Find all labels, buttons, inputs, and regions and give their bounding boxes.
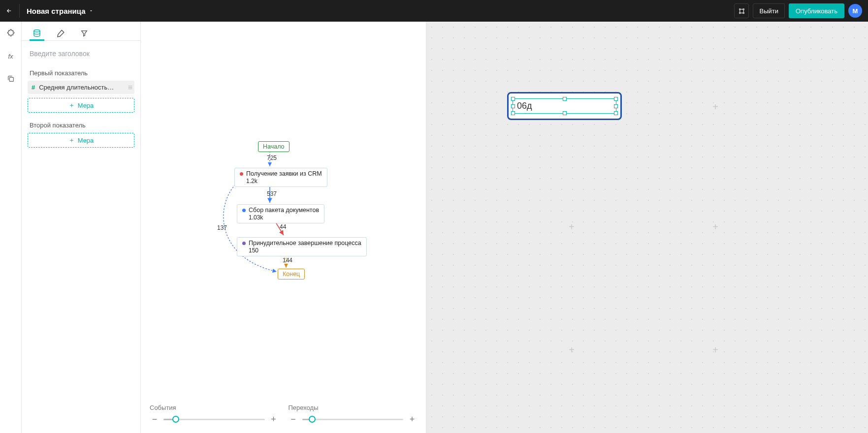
slider-transitions-label: Переходы <box>289 404 418 411</box>
slider-transitions: Переходы − + <box>289 404 418 424</box>
slider-thumb[interactable] <box>309 416 316 423</box>
sliders-row: События − + Переходы − <box>141 399 426 433</box>
resize-handle-icon[interactable] <box>511 97 515 101</box>
slider-events-label: События <box>150 404 279 411</box>
node-step-1[interactable]: Получение заявки из CRM 1.2k <box>234 168 327 187</box>
node-step-3[interactable]: Принудительное завершение процесса 150 <box>237 237 367 256</box>
puzzle-icon <box>6 29 15 38</box>
svg-rect-4 <box>9 77 13 81</box>
node-end-label: Конец <box>283 271 300 278</box>
canvas-drop-plus-icon[interactable]: + <box>567 222 576 231</box>
side-tabs <box>22 22 140 41</box>
publish-button[interactable]: Опубликовать <box>789 3 844 18</box>
svg-point-5 <box>34 30 40 32</box>
node-title: Сбор пакета документов <box>249 207 319 214</box>
metric-widget-value: 06д <box>517 101 532 111</box>
back-button[interactable] <box>6 4 20 18</box>
preview-pane: Начало 725 Получение заявки из CRM 1.2k … <box>141 22 426 433</box>
avatar[interactable]: М <box>848 4 862 18</box>
edge-label: 537 <box>267 190 277 197</box>
slider-events-minus[interactable]: − <box>150 414 160 424</box>
copy-icon <box>7 75 15 83</box>
status-dot-icon <box>242 242 246 245</box>
filter-icon <box>80 30 88 37</box>
slider-transitions-plus[interactable]: + <box>407 414 417 424</box>
svg-point-0 <box>739 8 740 10</box>
widget-title-input[interactable] <box>28 47 134 61</box>
tab-filter[interactable] <box>78 27 91 40</box>
rail-pages-button[interactable] <box>6 74 16 84</box>
arrow-left-icon <box>6 7 12 15</box>
fx-icon: fx <box>8 53 13 60</box>
top-bar: Новая страница Выйти Опубликовать М <box>0 0 868 22</box>
brush-icon <box>56 29 65 38</box>
node-start-label: Начало <box>263 143 285 150</box>
edge-label: 725 <box>267 155 277 161</box>
node-end[interactable]: Конец <box>278 269 305 279</box>
slider-events: События − + <box>150 404 279 424</box>
section-second-metric-label: Второй показатель <box>30 122 134 129</box>
resize-handle-icon[interactable] <box>511 111 515 115</box>
node-start[interactable]: Начало <box>258 141 289 152</box>
metric-chip-text: Средняя длительность обр... <box>39 84 115 91</box>
canvas-drop-plus-icon[interactable]: + <box>567 345 576 354</box>
tab-style[interactable] <box>54 27 67 40</box>
add-measure-second-button[interactable]: ＋ Мера <box>28 133 134 148</box>
drag-handle-icon[interactable]: ≡ <box>128 83 131 92</box>
page-title-text: Новая страница <box>27 7 86 15</box>
resize-handle-icon[interactable] <box>614 111 618 115</box>
svg-point-1 <box>743 8 744 10</box>
rail-functions-button[interactable]: fx <box>6 51 16 61</box>
resize-handle-icon[interactable] <box>563 97 567 101</box>
metric-widget-inner[interactable]: 06д <box>513 98 616 114</box>
slider-thumb[interactable] <box>172 416 179 423</box>
node-value: 1.2k <box>246 178 322 185</box>
metric-widget[interactable]: 06д <box>507 92 622 120</box>
resize-handle-icon[interactable] <box>563 111 567 115</box>
node-value: 1.03k <box>249 214 319 221</box>
plus-icon: ＋ <box>68 101 75 110</box>
slider-events-plus[interactable]: + <box>269 414 279 424</box>
caret-down-icon <box>89 8 94 13</box>
add-measure-first-button[interactable]: ＋ Мера <box>28 98 134 113</box>
database-icon <box>32 29 41 38</box>
node-step-2[interactable]: Сбор пакета документов 1.03k <box>237 204 324 223</box>
svg-point-2 <box>739 12 740 14</box>
plus-icon: ＋ <box>68 136 75 145</box>
status-dot-icon <box>240 172 243 176</box>
section-first-metric-label: Первый показатель <box>30 69 134 77</box>
process-graph[interactable]: Начало 725 Получение заявки из CRM 1.2k … <box>141 22 426 399</box>
slider-transitions-minus[interactable]: − <box>289 414 298 424</box>
exit-button[interactable]: Выйти <box>753 3 785 18</box>
resize-handle-icon[interactable] <box>614 97 618 101</box>
add-measure-label: Мера <box>78 102 94 109</box>
side-panel: Первый показатель # Средняя длительность… <box>22 22 141 433</box>
node-value: 150 <box>249 247 361 254</box>
layout-icon <box>738 7 745 15</box>
dashboard-canvas[interactable]: 06д + + + + + <box>426 22 868 433</box>
node-title: Получение заявки из CRM <box>246 170 322 177</box>
status-dot-icon <box>242 209 246 212</box>
canvas-drop-plus-icon[interactable]: + <box>711 222 720 231</box>
node-title: Принудительное завершение процесса <box>249 240 361 247</box>
layout-settings-button[interactable] <box>734 3 749 18</box>
edge-label: 44 <box>280 223 286 230</box>
metric-chip[interactable]: # Средняя длительность обр... ≡ <box>28 81 134 94</box>
svg-point-3 <box>743 12 744 14</box>
resize-handle-icon[interactable] <box>614 104 618 108</box>
slider-events-track[interactable] <box>163 419 265 420</box>
edge-label: 137 <box>217 224 227 231</box>
add-measure-label: Мера <box>78 137 94 144</box>
tab-data[interactable] <box>31 27 43 40</box>
hash-icon: # <box>32 84 35 91</box>
canvas-drop-plus-icon[interactable]: + <box>711 345 720 354</box>
page-title[interactable]: Новая страница <box>27 7 94 15</box>
left-rail: fx <box>0 22 22 433</box>
canvas-drop-plus-icon[interactable]: + <box>711 102 720 111</box>
slider-transitions-track[interactable] <box>302 419 404 420</box>
resize-handle-icon[interactable] <box>511 104 515 108</box>
edge-label: 144 <box>283 257 292 264</box>
rail-widgets-button[interactable] <box>6 29 16 38</box>
